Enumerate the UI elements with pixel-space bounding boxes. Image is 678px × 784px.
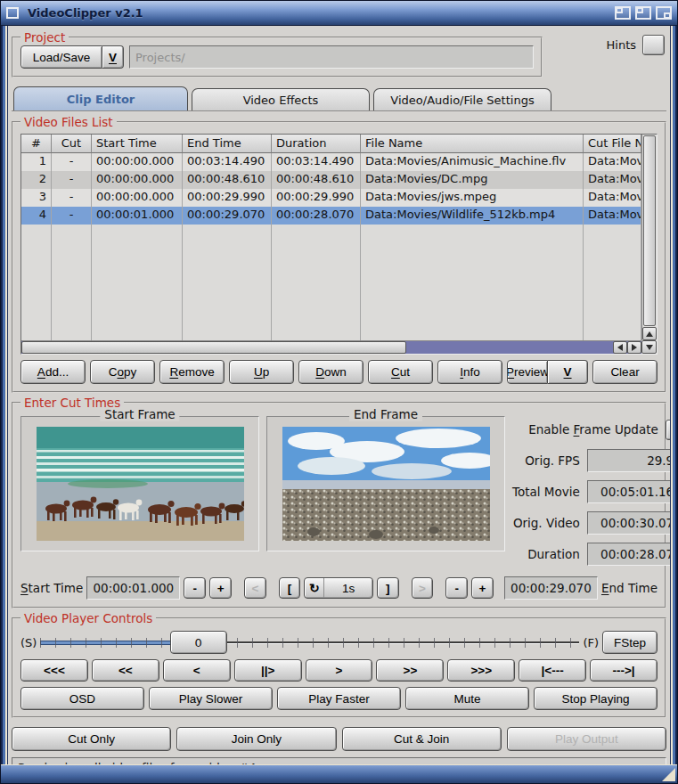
clear-button[interactable]: Clear <box>592 360 658 384</box>
app-window: VideoClipper v2.1 Project Load/Save V Pr… <box>0 0 678 784</box>
start-frame-label: Start Frame <box>100 407 179 421</box>
col-duration[interactable]: Duration <box>272 135 361 153</box>
project-path-input[interactable]: Projects/ <box>129 45 534 69</box>
table-row-selected[interactable]: 4 - 00:00:01.000 00:00:29.070 00:00:28.0… <box>21 207 641 225</box>
enable-frame-update-label: Enable Frame Update <box>528 422 658 437</box>
scroll-up-button[interactable] <box>642 327 657 340</box>
tab-strip: Clip Editor Video Effects Video/Audio/Fi… <box>12 88 666 112</box>
orig-fps-value: 29.97 <box>587 449 670 472</box>
left-arrow-icon <box>617 344 623 351</box>
horizontal-scrollbar[interactable] <box>21 340 641 354</box>
scroll-right-button[interactable] <box>627 341 641 354</box>
orig-video-label: Orig. Video <box>513 516 580 530</box>
play-to-start-button: < <box>244 577 266 599</box>
load-save-popup-button[interactable]: V <box>102 45 124 69</box>
start-plus-button[interactable]: + <box>209 577 232 599</box>
bracket-open-button[interactable]: [ <box>279 577 301 599</box>
col-cut[interactable]: Cut <box>52 135 92 153</box>
rewind-1-button[interactable]: < <box>163 659 231 682</box>
window-title: VideoClipper v2.1 <box>28 6 143 20</box>
down-arrow-icon <box>646 345 653 350</box>
preview-button[interactable]: Preview <box>507 360 548 384</box>
bracket-close-button[interactable]: ] <box>377 577 399 599</box>
remove-button[interactable]: Remove <box>159 360 225 384</box>
prev-file-button[interactable]: |<--- <box>519 659 586 682</box>
info-button[interactable]: Info <box>437 360 502 384</box>
window-content: Project Load/Save V Projects/ Hints Clip… <box>8 26 670 764</box>
end-frame-panel: End Frame <box>266 416 505 551</box>
rewind-2-button[interactable]: << <box>92 659 159 682</box>
scroll-left-button[interactable] <box>613 341 627 354</box>
stop-playing-button[interactable]: Stop Playing <box>534 687 658 710</box>
forward-1-button[interactable]: > <box>306 659 373 682</box>
forward-3-button[interactable]: >>> <box>447 659 515 682</box>
end-plus-button[interactable]: + <box>471 577 494 599</box>
copy-button[interactable]: Copy <box>90 360 155 384</box>
list-header: # Cut Start Time End Time Duration File … <box>21 135 641 153</box>
resize-icon[interactable] <box>654 764 677 783</box>
cut-and-join-button[interactable]: Cut & Join <box>342 727 502 751</box>
depth-icon[interactable] <box>656 6 672 20</box>
col-num[interactable]: # <box>21 135 52 153</box>
start-time-label: Start Time <box>20 581 83 595</box>
table-row[interactable]: 3 - 00:00:00.000 00:00:29.990 00:00:29.9… <box>21 189 641 207</box>
end-frame-label: End Frame <box>349 407 422 421</box>
end-time-input[interactable]: 00:00:29.070 <box>504 576 598 600</box>
load-save-button[interactable]: Load/Save <box>20 45 102 69</box>
slider-knob[interactable]: 0 <box>170 631 227 654</box>
up-button[interactable]: Up <box>229 360 294 384</box>
tab-video-effects[interactable]: Video Effects <box>192 88 370 110</box>
end-time-label: End Time <box>601 581 658 595</box>
table-row[interactable]: 2 - 00:00:00.000 00:00:48.610 00:00:48.6… <box>21 171 641 189</box>
cut-only-button[interactable]: Cut Only <box>12 727 171 751</box>
tab-settings[interactable]: Video/Audio/File Settings <box>373 88 551 110</box>
zoom-window-icon[interactable] <box>635 6 651 20</box>
join-only-button[interactable]: Join Only <box>176 727 336 751</box>
col-end[interactable]: End Time <box>183 135 272 153</box>
hints-checkbox[interactable] <box>642 35 665 55</box>
col-file[interactable]: File Name <box>361 135 584 153</box>
down-button[interactable]: Down <box>298 360 364 384</box>
col-cutfile[interactable]: Cut File Name <box>584 135 641 153</box>
play-slower-button[interactable]: Play Slower <box>149 687 273 710</box>
next-file-button[interactable]: --->| <box>590 659 658 682</box>
play-faster-button[interactable]: Play Faster <box>277 687 401 710</box>
play-pause-button[interactable]: ||> <box>234 659 302 682</box>
iconify-icon[interactable] <box>615 6 631 20</box>
slider-ticks <box>40 638 579 648</box>
video-files-group: Video Files List # Cut Start Time End Ti… <box>12 121 666 393</box>
window-border-right <box>670 26 677 764</box>
enable-frame-update-checkbox[interactable]: ✓ <box>666 420 670 440</box>
player-controls-group: Video Player Controls (S) 0 (F) FStep <<… <box>12 617 666 718</box>
player-controls-group-label: Video Player Controls <box>20 611 156 625</box>
play-to-end-button: > <box>412 577 434 599</box>
col-start[interactable]: Start Time <box>92 135 183 153</box>
close-icon[interactable] <box>6 7 19 19</box>
seek-slider[interactable]: 0 <box>40 631 579 654</box>
osd-button[interactable]: OSD <box>20 687 144 710</box>
cycle-icon: ↻ <box>305 578 324 598</box>
table-row[interactable]: 1 - 00:00:00.000 00:03:14.490 00:03:14.4… <box>21 153 641 171</box>
start-minus-button[interactable]: - <box>184 577 206 599</box>
scroll-down-button[interactable] <box>641 340 657 354</box>
vertical-scrollbar-thumb[interactable] <box>643 135 656 326</box>
slider-start-label: (S) <box>20 636 37 649</box>
preview-popup-button[interactable]: V <box>548 360 588 384</box>
cut-button[interactable]: Cut <box>368 360 433 384</box>
duration-label: Duration <box>527 547 580 561</box>
up-arrow-icon <box>646 331 653 337</box>
forward-2-button[interactable]: >> <box>376 659 444 682</box>
rewind-3-button[interactable]: <<< <box>20 659 88 682</box>
fstep-button[interactable]: FStep <box>602 631 658 654</box>
end-minus-button[interactable]: - <box>445 577 468 599</box>
mute-button[interactable]: Mute <box>405 687 529 710</box>
project-group: Project Load/Save V Projects/ <box>12 37 543 78</box>
vertical-scrollbar[interactable] <box>641 135 657 340</box>
orig-video-value: 00:00:30.070 <box>587 511 670 535</box>
horizontal-scrollbar-thumb[interactable] <box>21 341 406 354</box>
tab-clip-editor[interactable]: Clip Editor <box>13 86 188 110</box>
step-size-cycle-button[interactable]: ↻ 1s <box>304 577 372 599</box>
titlebar: VideoClipper v2.1 <box>1 1 677 26</box>
start-time-input[interactable]: 00:00:01.000 <box>86 576 180 600</box>
add-button[interactable]: Add... <box>20 360 86 384</box>
